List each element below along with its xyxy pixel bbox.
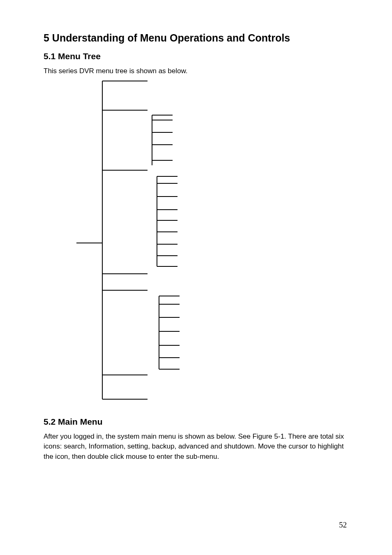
section-5-1-heading: 5.1 Menu Tree	[44, 51, 348, 61]
page-number: 52	[339, 520, 347, 530]
section-5-heading: 5 Understanding of Menu Operations and C…	[44, 32, 348, 44]
section-5-1-intro: This series DVR menu tree is shown as be…	[44, 66, 348, 76]
section-5-2-intro: After you logged in, the system main men…	[44, 432, 348, 462]
menu-tree-diagram	[64, 81, 348, 414]
menu-tree-svg	[64, 81, 228, 409]
section-5-2-heading: 5.2 Main Menu	[44, 417, 348, 427]
